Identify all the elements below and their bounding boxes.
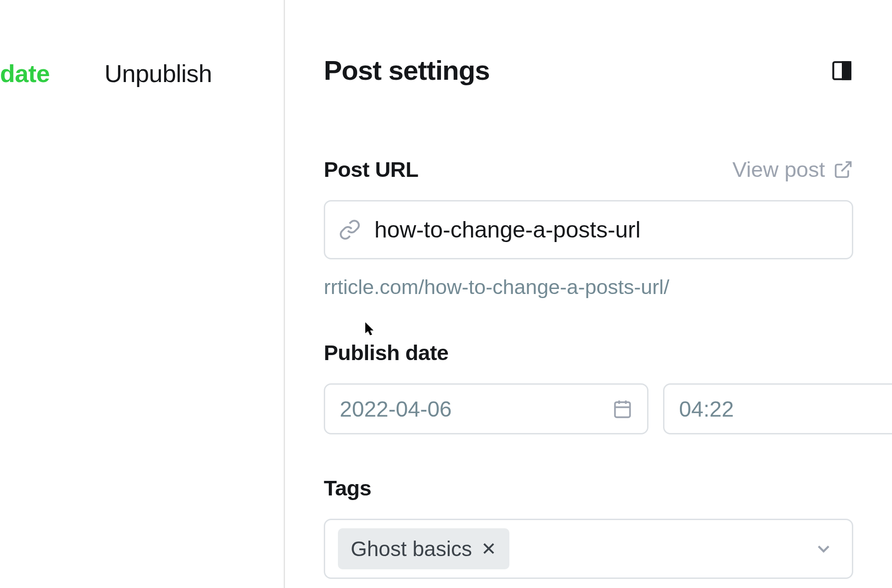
- panel-title: Post settings: [324, 55, 490, 86]
- publish-date-row: UTC: [324, 383, 853, 434]
- publish-time-input[interactable]: [679, 397, 892, 422]
- tags-field-group: Tags Ghost basics ✕: [324, 475, 853, 579]
- tags-header: Tags: [324, 475, 853, 500]
- external-link-icon: [833, 160, 853, 180]
- calendar-icon[interactable]: [612, 399, 633, 419]
- svg-rect-3: [615, 402, 630, 417]
- post-url-label: Post URL: [324, 157, 419, 182]
- tag-remove-icon[interactable]: ✕: [481, 540, 497, 558]
- mouse-cursor: [365, 322, 377, 336]
- top-actions-bar: date Unpublish: [0, 59, 212, 88]
- post-url-input-wrapper: [324, 200, 853, 259]
- link-icon: [339, 219, 361, 241]
- panel-header: Post settings: [324, 55, 853, 86]
- publish-date-input[interactable]: [340, 397, 612, 422]
- publish-date-header: Publish date: [324, 340, 853, 365]
- post-url-input[interactable]: [374, 217, 838, 243]
- time-input-wrapper: UTC: [663, 383, 892, 434]
- update-date-link[interactable]: date: [0, 59, 50, 88]
- toggle-panel-icon[interactable]: [830, 59, 853, 82]
- view-post-link[interactable]: View post: [732, 157, 853, 182]
- post-url-preview: rrticle.com/how-to-change-a-posts-url/: [324, 275, 853, 299]
- svg-line-2: [841, 162, 851, 171]
- tag-name: Ghost basics: [351, 536, 472, 561]
- tags-label: Tags: [324, 475, 371, 500]
- chevron-down-icon[interactable]: [814, 539, 834, 559]
- post-url-header: Post URL View post: [324, 157, 853, 182]
- view-post-text: View post: [732, 157, 825, 182]
- unpublish-button[interactable]: Unpublish: [104, 59, 212, 88]
- publish-date-field-group: Publish date UTC: [324, 340, 853, 434]
- tags-input[interactable]: Ghost basics ✕: [324, 519, 853, 579]
- tag-chip: Ghost basics ✕: [338, 528, 509, 569]
- post-url-field-group: Post URL View post rrticle.com/how-to-ch…: [324, 157, 853, 299]
- post-settings-panel: Post settings Post URL View post: [285, 0, 892, 588]
- svg-rect-1: [843, 62, 851, 79]
- date-input-wrapper: [324, 383, 648, 434]
- publish-date-label: Publish date: [324, 340, 448, 365]
